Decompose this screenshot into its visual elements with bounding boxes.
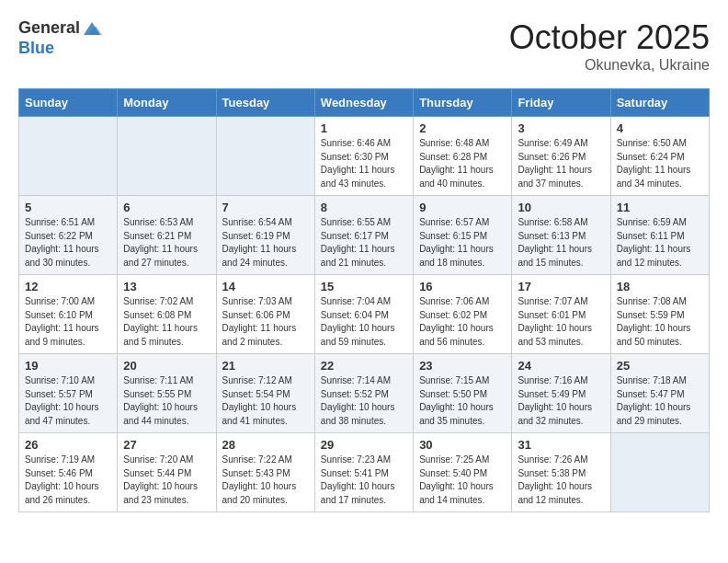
- col-wednesday: Wednesday: [314, 89, 413, 117]
- day-info: Sunrise: 6:48 AM Sunset: 6:28 PM Dayligh…: [419, 137, 506, 190]
- day-number: 20: [123, 359, 210, 373]
- table-row: 11Sunrise: 6:59 AM Sunset: 6:11 PM Dayli…: [610, 196, 709, 275]
- table-row: 3Sunrise: 6:49 AM Sunset: 6:26 PM Daylig…: [512, 117, 610, 196]
- day-number: 22: [321, 359, 407, 373]
- table-row: 29Sunrise: 7:23 AM Sunset: 5:41 PM Dayli…: [314, 433, 413, 512]
- day-number: 25: [617, 359, 703, 373]
- table-row: 28Sunrise: 7:22 AM Sunset: 5:43 PM Dayli…: [216, 433, 314, 512]
- calendar-week-row: 12Sunrise: 7:00 AM Sunset: 6:10 PM Dayli…: [19, 275, 710, 354]
- day-number: 7: [222, 201, 309, 214]
- day-info: Sunrise: 7:18 AM Sunset: 5:47 PM Dayligh…: [617, 374, 703, 428]
- day-number: 12: [25, 280, 111, 293]
- calendar-table: Sunday Monday Tuesday Wednesday Thursday…: [18, 88, 710, 512]
- page-header: General Blue October 2025 Okunevka, Ukra…: [18, 18, 710, 74]
- table-row: 21Sunrise: 7:12 AM Sunset: 5:54 PM Dayli…: [216, 354, 314, 433]
- calendar-week-row: 19Sunrise: 7:10 AM Sunset: 5:57 PM Dayli…: [19, 354, 710, 433]
- col-saturday: Saturday: [610, 89, 709, 117]
- day-info: Sunrise: 7:02 AM Sunset: 6:08 PM Dayligh…: [123, 295, 210, 349]
- day-info: Sunrise: 7:06 AM Sunset: 6:02 PM Dayligh…: [419, 295, 506, 349]
- table-row: 14Sunrise: 7:03 AM Sunset: 6:06 PM Dayli…: [216, 275, 314, 354]
- table-row: 10Sunrise: 6:58 AM Sunset: 6:13 PM Dayli…: [512, 196, 610, 275]
- table-row: 25Sunrise: 7:18 AM Sunset: 5:47 PM Dayli…: [610, 354, 709, 433]
- table-row: [19, 117, 118, 196]
- col-sunday: Sunday: [19, 89, 118, 117]
- day-info: Sunrise: 7:16 AM Sunset: 5:49 PM Dayligh…: [518, 374, 604, 428]
- day-number: 18: [617, 280, 703, 293]
- month-title: October 2025: [509, 18, 710, 57]
- day-info: Sunrise: 7:25 AM Sunset: 5:40 PM Dayligh…: [419, 454, 506, 507]
- table-row: 16Sunrise: 7:06 AM Sunset: 6:02 PM Dayli…: [414, 275, 512, 354]
- calendar-header-row: Sunday Monday Tuesday Wednesday Thursday…: [19, 89, 710, 117]
- day-info: Sunrise: 7:20 AM Sunset: 5:44 PM Dayligh…: [123, 454, 210, 507]
- logo-general: General: [18, 18, 80, 39]
- day-info: Sunrise: 6:54 AM Sunset: 6:19 PM Dayligh…: [222, 216, 309, 270]
- day-number: 8: [321, 201, 407, 214]
- day-info: Sunrise: 7:26 AM Sunset: 5:38 PM Dayligh…: [518, 454, 604, 507]
- col-thursday: Thursday: [414, 89, 512, 117]
- day-info: Sunrise: 7:23 AM Sunset: 5:41 PM Dayligh…: [321, 454, 407, 507]
- day-number: 3: [518, 121, 604, 135]
- table-row: 12Sunrise: 7:00 AM Sunset: 6:10 PM Dayli…: [19, 275, 118, 354]
- day-info: Sunrise: 6:46 AM Sunset: 6:30 PM Dayligh…: [321, 137, 407, 190]
- day-info: Sunrise: 7:03 AM Sunset: 6:06 PM Dayligh…: [222, 295, 309, 349]
- table-row: [118, 117, 216, 196]
- day-info: Sunrise: 7:08 AM Sunset: 5:59 PM Dayligh…: [617, 295, 703, 349]
- day-info: Sunrise: 6:59 AM Sunset: 6:11 PM Dayligh…: [617, 216, 703, 270]
- table-row: 27Sunrise: 7:20 AM Sunset: 5:44 PM Dayli…: [118, 433, 216, 512]
- day-number: 13: [123, 280, 210, 293]
- table-row: 1Sunrise: 6:46 AM Sunset: 6:30 PM Daylig…: [314, 117, 413, 196]
- day-number: 14: [222, 280, 309, 293]
- day-number: 1: [321, 121, 407, 135]
- day-number: 28: [222, 438, 309, 452]
- day-number: 30: [419, 438, 506, 452]
- day-number: 17: [518, 280, 604, 293]
- table-row: 30Sunrise: 7:25 AM Sunset: 5:40 PM Dayli…: [414, 433, 512, 512]
- day-info: Sunrise: 6:53 AM Sunset: 6:21 PM Dayligh…: [123, 216, 210, 270]
- table-row: 4Sunrise: 6:50 AM Sunset: 6:24 PM Daylig…: [610, 117, 709, 196]
- day-number: 15: [321, 280, 407, 293]
- day-info: Sunrise: 6:57 AM Sunset: 6:15 PM Dayligh…: [419, 216, 506, 270]
- day-info: Sunrise: 7:11 AM Sunset: 5:55 PM Dayligh…: [123, 374, 210, 428]
- col-friday: Friday: [512, 89, 610, 117]
- table-row: [216, 117, 314, 196]
- day-number: 19: [25, 359, 111, 373]
- calendar-week-row: 26Sunrise: 7:19 AM Sunset: 5:46 PM Dayli…: [19, 433, 710, 512]
- day-number: 6: [123, 201, 210, 214]
- day-info: Sunrise: 7:04 AM Sunset: 6:04 PM Dayligh…: [321, 295, 407, 349]
- col-tuesday: Tuesday: [216, 89, 314, 117]
- table-row: 6Sunrise: 6:53 AM Sunset: 6:21 PM Daylig…: [118, 196, 216, 275]
- col-monday: Monday: [118, 89, 216, 117]
- logo: General Blue: [18, 18, 102, 59]
- day-number: 16: [419, 280, 506, 293]
- day-info: Sunrise: 7:10 AM Sunset: 5:57 PM Dayligh…: [25, 374, 111, 428]
- day-number: 10: [518, 201, 604, 214]
- table-row: 18Sunrise: 7:08 AM Sunset: 5:59 PM Dayli…: [610, 275, 709, 354]
- day-number: 31: [518, 438, 604, 452]
- day-number: 23: [419, 359, 506, 373]
- calendar-week-row: 5Sunrise: 6:51 AM Sunset: 6:22 PM Daylig…: [19, 196, 710, 275]
- table-row: 24Sunrise: 7:16 AM Sunset: 5:49 PM Dayli…: [512, 354, 610, 433]
- table-row: 20Sunrise: 7:11 AM Sunset: 5:55 PM Dayli…: [118, 354, 216, 433]
- day-number: 27: [123, 438, 210, 452]
- day-number: 11: [617, 201, 703, 214]
- table-row: 15Sunrise: 7:04 AM Sunset: 6:04 PM Dayli…: [314, 275, 413, 354]
- day-info: Sunrise: 6:58 AM Sunset: 6:13 PM Dayligh…: [518, 216, 604, 270]
- day-number: 5: [25, 201, 111, 214]
- table-row: 31Sunrise: 7:26 AM Sunset: 5:38 PM Dayli…: [512, 433, 610, 512]
- day-info: Sunrise: 6:49 AM Sunset: 6:26 PM Dayligh…: [518, 137, 604, 190]
- table-row: 7Sunrise: 6:54 AM Sunset: 6:19 PM Daylig…: [216, 196, 314, 275]
- day-info: Sunrise: 6:51 AM Sunset: 6:22 PM Dayligh…: [25, 216, 111, 270]
- table-row: 13Sunrise: 7:02 AM Sunset: 6:08 PM Dayli…: [118, 275, 216, 354]
- day-info: Sunrise: 7:19 AM Sunset: 5:46 PM Dayligh…: [25, 454, 111, 507]
- day-info: Sunrise: 7:12 AM Sunset: 5:54 PM Dayligh…: [222, 374, 309, 428]
- table-row: 17Sunrise: 7:07 AM Sunset: 6:01 PM Dayli…: [512, 275, 610, 354]
- day-info: Sunrise: 6:50 AM Sunset: 6:24 PM Dayligh…: [617, 137, 703, 190]
- logo-blue: Blue: [18, 39, 54, 59]
- table-row: [610, 433, 709, 512]
- day-number: 21: [222, 359, 309, 373]
- table-row: 19Sunrise: 7:10 AM Sunset: 5:57 PM Dayli…: [19, 354, 118, 433]
- day-number: 29: [321, 438, 407, 452]
- day-info: Sunrise: 7:14 AM Sunset: 5:52 PM Dayligh…: [321, 374, 407, 428]
- day-info: Sunrise: 7:15 AM Sunset: 5:50 PM Dayligh…: [419, 374, 506, 428]
- day-info: Sunrise: 7:22 AM Sunset: 5:43 PM Dayligh…: [222, 454, 309, 507]
